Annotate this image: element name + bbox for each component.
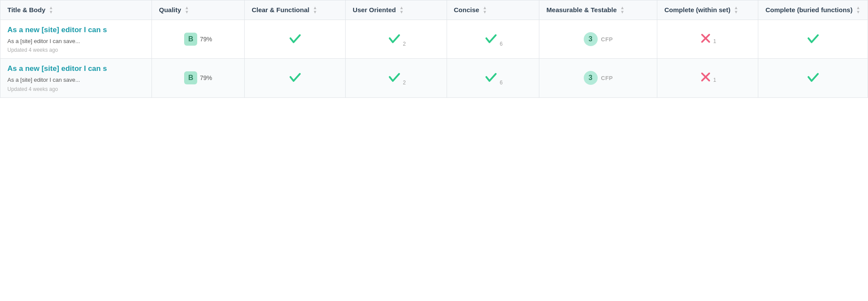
cell-user-1: 2 [346,59,447,97]
col-header-user: User Oriented ▲▼ [346,0,447,20]
cfp-badge-0: 3 CFP [584,32,613,46]
cfp-label-1: CFP [601,75,613,81]
cfp-circle-1: 3 [584,71,598,85]
col-label-title: Title & Body [7,6,45,14]
check-icon-concise-0 [483,30,499,48]
check-icon-clear-0 [287,40,303,47]
user-sub-1: 2 [403,80,406,86]
cell-complete-within-1: 1 [657,59,758,97]
col-label-user: User Oriented [353,6,396,14]
cfp-badge-1: 3 CFP [584,71,613,85]
row-body-text-1: As a [site] editor I can save... [7,76,145,84]
cell-concise-1: 6 [447,59,539,97]
check-icon-buried-0 [805,40,821,47]
sort-icon-user[interactable]: ▲▼ [400,6,404,14]
row-title-link-1[interactable]: As a new [site] editor I can s [7,64,145,74]
cell-quality-0: B 79% [152,20,245,59]
cell-measurable-1: 3 CFP [539,59,657,97]
row-title-link-0[interactable]: As a new [site] editor I can s [7,25,145,35]
sort-icon-quality[interactable]: ▲▼ [185,6,189,14]
row-updated-0: Updated 4 weeks ago [7,47,145,53]
check-user-1: 2 [387,69,406,87]
concise-sub-0: 6 [500,41,503,47]
check-icon-clear-1 [287,79,303,86]
quality-pct-1: 79% [200,74,212,81]
user-sub-0: 2 [403,41,406,47]
sort-icon-title[interactable]: ▲▼ [49,6,53,14]
col-label-complete-buried: Complete (buried functions) [765,6,852,14]
cell-complete-within-0: 1 [657,20,758,59]
cell-clear-1 [245,59,346,97]
col-header-concise: Concise ▲▼ [447,0,539,20]
check-icon-buried-1 [805,79,821,86]
col-header-quality: Quality ▲▼ [152,0,245,20]
check-icon-user-1 [387,69,402,87]
sort-icon-measurable[interactable]: ▲▼ [620,6,625,14]
cell-concise-0: 6 [447,20,539,59]
cfp-circle-0: 3 [584,32,598,46]
quality-letter-1: B [184,71,197,84]
col-label-quality: Quality [159,6,181,14]
cell-complete-buried-0 [758,20,868,59]
check-concise-1: 6 [483,69,503,87]
col-header-complete-buried: Complete (buried functions) ▲▼ [758,0,868,20]
sort-icon-complete-buried[interactable]: ▲▼ [856,6,860,14]
col-label-clear: Clear & Functional [252,6,310,14]
header-row: Title & Body ▲▼ Quality ▲▼ Clear & Funct… [0,0,868,20]
table-body: As a new [site] editor I can s As a [sit… [0,20,868,98]
x-icon-complete-1: 1 [699,70,716,84]
quality-pct-0: 79% [200,36,212,43]
check-icon-concise-1 [483,69,499,87]
main-table: Title & Body ▲▼ Quality ▲▼ Clear & Funct… [0,0,868,98]
cell-user-0: 2 [346,20,447,59]
col-label-measurable: Measurable & Testable [546,6,616,14]
complete-within-sub-1: 1 [713,77,716,83]
sort-icon-clear[interactable]: ▲▼ [313,6,317,14]
col-label-concise: Concise [454,6,479,14]
sort-icon-complete-within[interactable]: ▲▼ [734,6,738,14]
check-icon-user-0 [387,30,402,48]
cell-title-body-0: As a new [site] editor I can s As a [sit… [0,20,152,59]
quality-badge-1: B 79% [184,71,212,84]
concise-sub-1: 6 [500,80,503,86]
cell-quality-1: B 79% [152,59,245,97]
col-label-complete-within: Complete (within set) [664,6,730,14]
quality-letter-0: B [184,33,197,46]
x-icon-complete-0: 1 [699,32,716,45]
quality-badge-0: B 79% [184,33,212,46]
check-concise-0: 6 [483,30,503,48]
check-user-0: 2 [387,30,406,48]
complete-within-sub-0: 1 [713,39,716,44]
col-header-clear: Clear & Functional ▲▼ [245,0,346,20]
sort-icon-concise[interactable]: ▲▼ [483,6,487,14]
cell-complete-buried-1 [758,59,868,97]
cell-measurable-0: 3 CFP [539,20,657,59]
cell-clear-0 [245,20,346,59]
table-row: As a new [site] editor I can s As a [sit… [0,59,868,97]
table-row: As a new [site] editor I can s As a [sit… [0,20,868,59]
row-updated-1: Updated 4 weeks ago [7,86,145,92]
col-header-title: Title & Body ▲▼ [0,0,152,20]
col-header-complete-within: Complete (within set) ▲▼ [657,0,758,20]
row-body-text-0: As a [site] editor I can save... [7,37,145,45]
col-header-measurable: Measurable & Testable ▲▼ [539,0,657,20]
cell-title-body-1: As a new [site] editor I can s As a [sit… [0,59,152,97]
cfp-label-0: CFP [601,36,613,43]
